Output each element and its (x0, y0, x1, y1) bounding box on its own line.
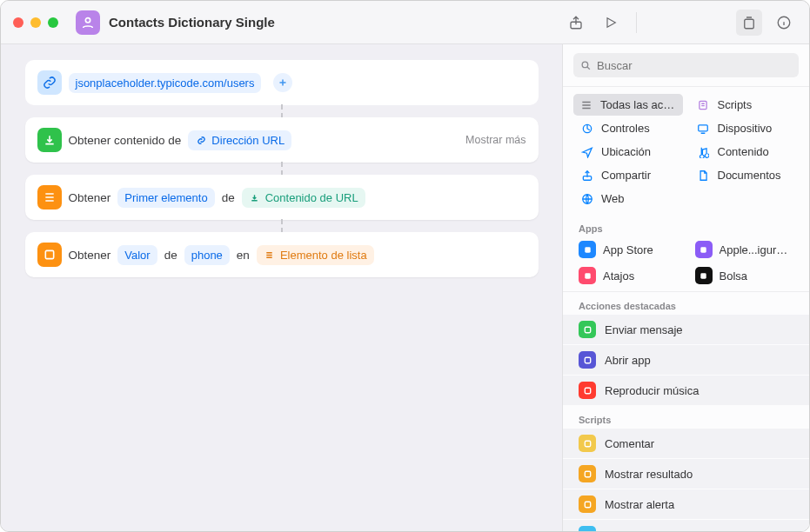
app-icon (579, 241, 596, 258)
close-window-button[interactable] (13, 17, 23, 28)
action-mini-icon (579, 351, 596, 369)
action-list-item[interactable]: Abrir app (563, 345, 809, 376)
minimize-window-button[interactable] (30, 17, 41, 28)
actions-scroll[interactable]: Acciones destacadas Enviar mensajeAbrir … (563, 291, 809, 531)
workflow-editor[interactable]: jsonplaceholder.typicode.com/users Obten… (1, 44, 562, 531)
category-icon (579, 168, 594, 183)
category-item[interactable]: Ubicación (573, 141, 683, 163)
library-toggle-button[interactable] (736, 10, 762, 36)
action-mini-icon (579, 382, 596, 399)
svg-rect-2 (745, 19, 754, 29)
category-label: Documentos (718, 169, 781, 182)
svg-rect-20 (585, 502, 590, 507)
connector (281, 104, 283, 118)
run-button[interactable] (598, 10, 624, 36)
category-item[interactable]: Web (573, 188, 683, 209)
of-label: de (164, 249, 177, 262)
svg-rect-11 (585, 247, 590, 252)
category-icon (696, 168, 711, 183)
what-token[interactable]: Valor (117, 245, 157, 265)
selector-token[interactable]: Primer elemento (117, 188, 214, 208)
svg-rect-18 (585, 441, 590, 446)
category-item[interactable]: Contenido (690, 141, 800, 163)
featured-section-title: Acciones destacadas (563, 292, 809, 315)
action-label: Obtener contenido de (69, 134, 182, 147)
svg-rect-17 (585, 388, 590, 393)
category-item[interactable]: Scripts (690, 94, 800, 116)
action-list-item[interactable]: Comentar (563, 429, 809, 459)
app-item[interactable]: App Store (573, 237, 683, 262)
action-mini-icon (579, 321, 596, 338)
category-icon (579, 97, 593, 112)
category-grid: Todas las acci...ScriptsControlesDisposi… (563, 87, 809, 215)
download-icon (37, 128, 62, 152)
scripts-section-title: Scripts (563, 406, 809, 429)
svg-rect-15 (585, 327, 590, 332)
category-label: Todas las acci... (600, 98, 676, 111)
action-mini-icon (579, 465, 596, 482)
category-icon (579, 121, 594, 136)
dictionary-icon (37, 243, 62, 267)
category-item[interactable]: Dispositivo (690, 117, 800, 139)
svg-rect-19 (585, 471, 590, 476)
titlebar: Contacts Dictionary Single (1, 1, 809, 44)
svg-rect-4 (45, 250, 53, 258)
action-get-url-contents[interactable]: Obtener contenido de Dirección URL Mostr… (25, 117, 539, 163)
app-icon (579, 267, 596, 284)
apps-grid: App StoreApple...iguratorAtajosBolsa (563, 237, 809, 288)
shortcuts-editor-window: Contacts Dictionary Single (0, 0, 810, 532)
action-list-item[interactable]: Mostrar alerta (563, 489, 809, 520)
shortcut-icon (76, 10, 100, 35)
url-value-token[interactable]: jsonplaceholder.typicode.com/users (69, 73, 262, 93)
category-item[interactable]: Documentos (690, 164, 800, 186)
app-label: Bolsa (720, 269, 748, 283)
category-icon (696, 144, 711, 159)
connector (281, 162, 283, 176)
info-button[interactable] (771, 10, 797, 36)
action-list-label: Mostrar alerta (605, 498, 674, 511)
action-list-label: Reproducir música (605, 384, 699, 397)
action-list-item[interactable]: Solicitar entrada (563, 520, 809, 531)
of-label: de (222, 191, 235, 204)
category-label: Dispositivo (718, 122, 773, 135)
category-label: Web (601, 192, 625, 205)
app-item[interactable]: Apple...igurator (690, 237, 800, 262)
action-list-label: Solicitar entrada (605, 529, 686, 532)
action-mini-icon (579, 495, 596, 513)
key-token[interactable]: phone (184, 245, 230, 265)
action-get-item[interactable]: Obtener Primer elemento de Contenido de … (25, 175, 539, 220)
app-label: Atajos (603, 269, 634, 283)
show-more-button[interactable]: Mostrar más (465, 134, 525, 146)
action-url[interactable]: jsonplaceholder.typicode.com/users (25, 60, 539, 105)
category-icon (696, 97, 711, 112)
category-icon (579, 191, 594, 206)
action-list-item[interactable]: Mostrar resultado (563, 459, 809, 489)
action-get-dictionary-value[interactable]: Obtener Valor de phone en Elemento de li… (25, 232, 539, 277)
app-item[interactable]: Bolsa (690, 263, 800, 288)
source-token[interactable]: Contenido de URL (242, 188, 365, 208)
source-token[interactable]: Elemento de lista (257, 245, 374, 265)
add-url-button[interactable] (273, 73, 292, 92)
svg-rect-12 (700, 247, 706, 252)
category-item[interactable]: Todas las acci... (573, 94, 683, 116)
category-label: Compartir (601, 169, 651, 182)
category-icon (696, 121, 711, 136)
action-list-item[interactable]: Enviar mensaje (563, 315, 809, 345)
action-list-label: Enviar mensaje (605, 323, 683, 336)
url-param-token[interactable]: Dirección URL (188, 130, 291, 150)
svg-point-0 (85, 17, 90, 22)
verb: Obtener (69, 191, 111, 204)
link-icon (195, 134, 207, 146)
search-box[interactable] (573, 53, 799, 77)
maximize-window-button[interactable] (48, 17, 58, 28)
action-mini-icon (579, 526, 596, 531)
share-button[interactable] (563, 10, 589, 36)
category-label: Controles (601, 122, 650, 135)
search-icon (580, 60, 592, 71)
search-input[interactable] (597, 59, 792, 72)
category-icon (579, 144, 594, 159)
app-item[interactable]: Atajos (573, 263, 683, 288)
category-item[interactable]: Compartir (573, 164, 683, 186)
action-list-item[interactable]: Reproducir música (563, 376, 809, 406)
category-item[interactable]: Controles (573, 117, 683, 139)
